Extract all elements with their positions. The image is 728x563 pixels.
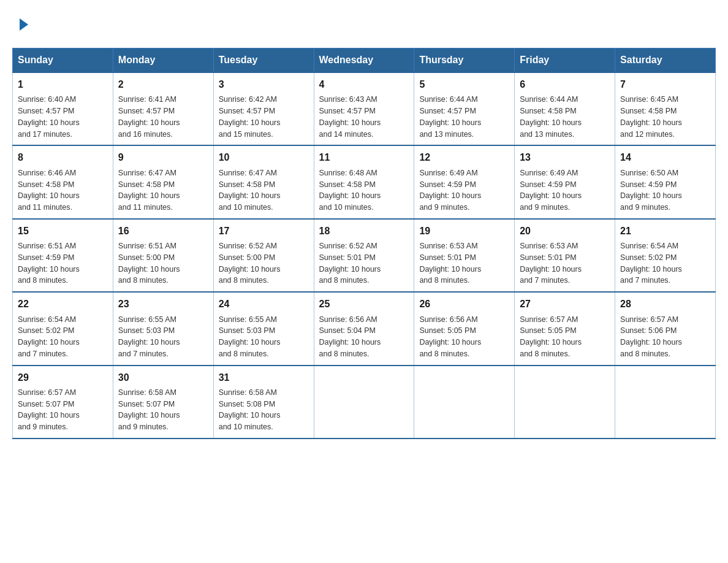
day-info: Sunrise: 6:54 AMSunset: 5:02 PMDaylight:… xyxy=(18,315,80,358)
day-info: Sunrise: 6:48 AMSunset: 4:58 PMDaylight:… xyxy=(319,169,381,212)
day-info: Sunrise: 6:52 AMSunset: 5:00 PMDaylight:… xyxy=(219,242,281,285)
day-info: Sunrise: 6:58 AMSunset: 5:07 PMDaylight:… xyxy=(118,388,180,431)
calendar-cell: 18 Sunrise: 6:52 AMSunset: 5:01 PMDaylig… xyxy=(314,219,414,292)
day-info: Sunrise: 6:57 AMSunset: 5:07 PMDaylight:… xyxy=(18,388,80,431)
calendar-cell: 20 Sunrise: 6:53 AMSunset: 5:01 PMDaylig… xyxy=(515,219,615,292)
calendar-cell: 3 Sunrise: 6:42 AMSunset: 4:57 PMDayligh… xyxy=(213,72,314,145)
day-number: 13 xyxy=(520,151,610,164)
day-number: 1 xyxy=(18,78,108,91)
day-info: Sunrise: 6:53 AMSunset: 5:01 PMDaylight:… xyxy=(520,242,582,285)
calendar-cell: 28 Sunrise: 6:57 AMSunset: 5:06 PMDaylig… xyxy=(615,292,716,365)
day-number: 7 xyxy=(620,78,710,91)
day-number: 6 xyxy=(520,78,610,91)
day-info: Sunrise: 6:51 AMSunset: 5:00 PMDaylight:… xyxy=(118,242,180,285)
day-info: Sunrise: 6:44 AMSunset: 4:57 PMDaylight:… xyxy=(419,95,481,138)
calendar-cell: 8 Sunrise: 6:46 AMSunset: 4:58 PMDayligh… xyxy=(13,145,113,218)
day-number: 15 xyxy=(18,224,108,238)
calendar-header: SundayMondayTuesdayWednesdayThursdayFrid… xyxy=(13,48,716,73)
calendar-cell: 19 Sunrise: 6:53 AMSunset: 5:01 PMDaylig… xyxy=(414,219,515,292)
day-number: 29 xyxy=(18,371,108,385)
day-number: 17 xyxy=(219,224,309,238)
day-info: Sunrise: 6:47 AMSunset: 4:58 PMDaylight:… xyxy=(118,169,180,212)
day-number: 30 xyxy=(118,371,208,385)
calendar-body: 1 Sunrise: 6:40 AMSunset: 4:57 PMDayligh… xyxy=(13,72,716,439)
calendar-cell: 30 Sunrise: 6:58 AMSunset: 5:07 PMDaylig… xyxy=(113,366,213,439)
weekday-header-row: SundayMondayTuesdayWednesdayThursdayFrid… xyxy=(13,48,716,73)
calendar-cell: 2 Sunrise: 6:41 AMSunset: 4:57 PMDayligh… xyxy=(113,72,213,145)
day-number: 25 xyxy=(319,297,409,311)
logo-wrapper xyxy=(18,18,28,36)
day-info: Sunrise: 6:46 AMSunset: 4:58 PMDaylight:… xyxy=(18,169,80,212)
week-row-4: 22 Sunrise: 6:54 AMSunset: 5:02 PMDaylig… xyxy=(13,292,716,365)
calendar-cell: 11 Sunrise: 6:48 AMSunset: 4:58 PMDaylig… xyxy=(314,145,414,218)
day-info: Sunrise: 6:55 AMSunset: 5:03 PMDaylight:… xyxy=(118,315,180,358)
day-number: 23 xyxy=(118,297,208,311)
day-info: Sunrise: 6:51 AMSunset: 4:59 PMDaylight:… xyxy=(18,242,80,285)
calendar-cell: 10 Sunrise: 6:47 AMSunset: 4:58 PMDaylig… xyxy=(213,145,314,218)
day-number: 24 xyxy=(219,297,309,311)
logo xyxy=(18,18,28,36)
calendar-cell: 1 Sunrise: 6:40 AMSunset: 4:57 PMDayligh… xyxy=(13,72,113,145)
day-number: 2 xyxy=(118,78,208,91)
calendar-cell: 23 Sunrise: 6:55 AMSunset: 5:03 PMDaylig… xyxy=(113,292,213,365)
calendar-cell: 14 Sunrise: 6:50 AMSunset: 4:59 PMDaylig… xyxy=(615,145,716,218)
day-info: Sunrise: 6:57 AMSunset: 5:05 PMDaylight:… xyxy=(520,315,582,358)
calendar-cell: 26 Sunrise: 6:56 AMSunset: 5:05 PMDaylig… xyxy=(414,292,515,365)
day-number: 8 xyxy=(18,151,108,164)
calendar-cell xyxy=(314,366,414,439)
calendar-cell: 13 Sunrise: 6:49 AMSunset: 4:59 PMDaylig… xyxy=(515,145,615,218)
day-info: Sunrise: 6:56 AMSunset: 5:05 PMDaylight:… xyxy=(419,315,481,358)
week-row-2: 8 Sunrise: 6:46 AMSunset: 4:58 PMDayligh… xyxy=(13,145,716,218)
calendar-cell: 16 Sunrise: 6:51 AMSunset: 5:00 PMDaylig… xyxy=(113,219,213,292)
day-number: 12 xyxy=(419,151,509,164)
day-info: Sunrise: 6:49 AMSunset: 4:59 PMDaylight:… xyxy=(520,169,582,212)
logo-triangle-icon xyxy=(20,18,28,31)
day-number: 3 xyxy=(219,78,309,91)
calendar-cell: 9 Sunrise: 6:47 AMSunset: 4:58 PMDayligh… xyxy=(113,145,213,218)
calendar-cell: 4 Sunrise: 6:43 AMSunset: 4:57 PMDayligh… xyxy=(314,72,414,145)
calendar-cell: 22 Sunrise: 6:54 AMSunset: 5:02 PMDaylig… xyxy=(13,292,113,365)
day-info: Sunrise: 6:45 AMSunset: 4:58 PMDaylight:… xyxy=(620,95,682,138)
day-number: 19 xyxy=(419,224,509,238)
calendar-cell: 24 Sunrise: 6:55 AMSunset: 5:03 PMDaylig… xyxy=(213,292,314,365)
weekday-header-wednesday: Wednesday xyxy=(314,48,414,73)
day-info: Sunrise: 6:58 AMSunset: 5:08 PMDaylight:… xyxy=(219,388,281,431)
day-info: Sunrise: 6:57 AMSunset: 5:06 PMDaylight:… xyxy=(620,315,682,358)
weekday-header-tuesday: Tuesday xyxy=(213,48,314,73)
calendar-cell xyxy=(414,366,515,439)
day-info: Sunrise: 6:44 AMSunset: 4:58 PMDaylight:… xyxy=(520,95,582,138)
day-info: Sunrise: 6:49 AMSunset: 4:59 PMDaylight:… xyxy=(419,169,481,212)
calendar-cell: 15 Sunrise: 6:51 AMSunset: 4:59 PMDaylig… xyxy=(13,219,113,292)
day-number: 31 xyxy=(219,371,309,385)
day-number: 22 xyxy=(18,297,108,311)
day-info: Sunrise: 6:54 AMSunset: 5:02 PMDaylight:… xyxy=(620,242,682,285)
day-info: Sunrise: 6:56 AMSunset: 5:04 PMDaylight:… xyxy=(319,315,381,358)
calendar-table: SundayMondayTuesdayWednesdayThursdayFrid… xyxy=(12,48,716,439)
weekday-header-sunday: Sunday xyxy=(13,48,113,73)
day-number: 9 xyxy=(118,151,208,164)
calendar-cell: 12 Sunrise: 6:49 AMSunset: 4:59 PMDaylig… xyxy=(414,145,515,218)
calendar-cell: 31 Sunrise: 6:58 AMSunset: 5:08 PMDaylig… xyxy=(213,366,314,439)
day-info: Sunrise: 6:42 AMSunset: 4:57 PMDaylight:… xyxy=(219,95,281,138)
day-info: Sunrise: 6:40 AMSunset: 4:57 PMDaylight:… xyxy=(18,95,80,138)
week-row-5: 29 Sunrise: 6:57 AMSunset: 5:07 PMDaylig… xyxy=(13,366,716,439)
calendar-cell: 29 Sunrise: 6:57 AMSunset: 5:07 PMDaylig… xyxy=(13,366,113,439)
day-number: 26 xyxy=(419,297,509,311)
day-info: Sunrise: 6:53 AMSunset: 5:01 PMDaylight:… xyxy=(419,242,481,285)
day-number: 28 xyxy=(620,297,710,311)
weekday-header-saturday: Saturday xyxy=(615,48,716,73)
weekday-header-friday: Friday xyxy=(515,48,615,73)
calendar-cell: 6 Sunrise: 6:44 AMSunset: 4:58 PMDayligh… xyxy=(515,72,615,145)
week-row-1: 1 Sunrise: 6:40 AMSunset: 4:57 PMDayligh… xyxy=(13,72,716,145)
calendar-cell: 27 Sunrise: 6:57 AMSunset: 5:05 PMDaylig… xyxy=(515,292,615,365)
day-number: 5 xyxy=(419,78,509,91)
day-number: 21 xyxy=(620,224,710,238)
calendar-cell xyxy=(615,366,716,439)
day-info: Sunrise: 6:41 AMSunset: 4:57 PMDaylight:… xyxy=(118,95,180,138)
calendar-cell xyxy=(515,366,615,439)
day-number: 4 xyxy=(319,78,409,91)
day-number: 18 xyxy=(319,224,409,238)
day-number: 20 xyxy=(520,224,610,238)
week-row-3: 15 Sunrise: 6:51 AMSunset: 4:59 PMDaylig… xyxy=(13,219,716,292)
calendar-cell: 17 Sunrise: 6:52 AMSunset: 5:00 PMDaylig… xyxy=(213,219,314,292)
